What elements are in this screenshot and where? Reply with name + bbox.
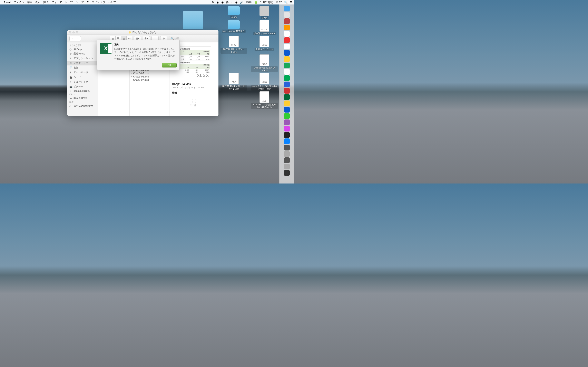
minimize-button[interactable] (72, 31, 75, 33)
dock-app-icon[interactable] (284, 44, 290, 49)
zoom-button[interactable] (76, 31, 78, 33)
menu-tools[interactable]: ツール (70, 0, 78, 4)
sidebar-item[interactable]: ⏱最近の項目 (67, 51, 98, 56)
gmail-icon[interactable]: M (212, 1, 214, 4)
wifi-icon[interactable]: ◉ (235, 1, 237, 4)
dock-app-icon[interactable] (284, 82, 290, 87)
sidebar-item[interactable]: Aアプリケーション (67, 56, 98, 61)
preview-other-label[interactable]: その他... (172, 104, 216, 107)
app-menu[interactable]: Excel (4, 1, 11, 4)
desktop-item[interactable]: Zoom (221, 6, 247, 19)
desktop-item[interactable]: My st (251, 6, 278, 19)
battery-percent[interactable]: 100% (246, 1, 252, 4)
list-item[interactable]: ▫Chap3-07.xlsx (130, 78, 169, 82)
dock-app-icon[interactable] (284, 119, 290, 125)
dock-app-icon[interactable] (284, 138, 290, 144)
forward-button[interactable]: › (75, 36, 81, 41)
dock-app-icon[interactable] (284, 107, 290, 113)
control-center-icon[interactable]: ☰ (290, 1, 292, 4)
menu-format[interactable]: フォーマット (52, 0, 67, 4)
sidebar-favorites-label: よく使う項目 (67, 44, 98, 47)
sidebar-item[interactable]: ☁iCloud Drive (67, 96, 98, 100)
desktop-item[interactable]: XLSX2020年 行動目標シート.xlsx (221, 36, 247, 53)
spotlight-icon[interactable]: 🔍 (284, 1, 287, 4)
desktop-open-folder[interactable] (183, 11, 203, 29)
dock-app-icon[interactable] (284, 6, 290, 11)
sidebar-item[interactable]: 📄書類 (67, 66, 98, 70)
dock-app-icon[interactable] (284, 151, 290, 157)
menu-file[interactable]: ファイル (13, 0, 24, 4)
desktop-item[interactable]: DOCX振り返りシート.docx (251, 20, 278, 35)
menu-data[interactable]: データ (81, 0, 89, 4)
sidebar-item[interactable]: ◎AirDrop (67, 47, 98, 51)
line-icon[interactable]: ◉ (221, 1, 224, 4)
desktop-item[interactable]: XLSexcelテスト① (回答済み)小畑勇斗.xls (251, 91, 278, 109)
list-item[interactable]: ▫Chap3-06.xlsx (130, 75, 169, 78)
menu-view[interactable]: 表示 (35, 0, 40, 4)
sidebar-icon: ⬇ (69, 71, 72, 74)
dock-app-icon[interactable] (284, 170, 290, 176)
desktop-item[interactable]: Next Connect株式会社 (221, 20, 247, 35)
dock-app-icon[interactable] (284, 132, 290, 138)
sidebar-icon: ⌂ (69, 90, 72, 92)
menubar-time[interactable]: 18:12 (276, 1, 282, 4)
dock-app-icon[interactable] (284, 25, 290, 30)
dock-app-icon[interactable] (284, 164, 290, 169)
sidebar-item[interactable]: 📷ピクチャ (67, 84, 98, 89)
more-button[interactable]: ⋯ (192, 99, 196, 103)
menu-insert[interactable]: 挿入 (43, 0, 49, 4)
dock-app-icon[interactable] (284, 69, 290, 75)
sidebar-item[interactable]: ⎚俺のMacBook Pro (67, 104, 98, 108)
desktop-item-label: Next Connect株式会社 (222, 30, 246, 33)
sidebar-item[interactable]: ⌂obatakusu1023 (67, 89, 98, 93)
desktop-item[interactable]: XLSX玉突きデータ.xlsx (251, 36, 278, 53)
menu-edit[interactable]: 編集 (27, 0, 32, 4)
dock-app-icon[interactable] (284, 113, 290, 119)
file-icon: XLS (259, 91, 269, 103)
sidebar-item-label: アプリケーション (73, 57, 93, 60)
dock-app-icon[interactable] (284, 37, 290, 43)
dock-app-icon[interactable] (284, 75, 290, 81)
window-title: FIXƒTƒ"ƒvƒ‹ƒtƒ@ƒCƒ‹ (132, 31, 157, 34)
dock-app-icon[interactable] (284, 56, 290, 62)
dock-app-icon[interactable] (284, 157, 290, 163)
dock-app-icon[interactable] (284, 100, 290, 106)
close-button[interactable] (69, 31, 71, 33)
bluetooth-icon[interactable]: ᚼ (231, 1, 233, 4)
desktop-item[interactable]: XLSXexcelテスト②(回答済み)小畑勇斗.xlsx (251, 73, 278, 90)
computer-icon: ⎚ (69, 105, 72, 108)
dock-app-icon[interactable] (284, 12, 290, 18)
dock-app-icon[interactable] (284, 63, 290, 68)
finder-sidebar: よく使う項目 ◎AirDrop⏱最近の項目Aアプリケーション🖥デスクトップ📄書類… (67, 42, 98, 116)
sidebar-item[interactable]: 🎬ムービー (67, 75, 98, 80)
dock-app-icon[interactable] (284, 126, 290, 132)
back-button[interactable]: ‹ (69, 36, 75, 41)
list-item[interactable]: ▫Chap3-05.xlsx (130, 72, 169, 75)
file-icon: DOCX (259, 20, 269, 32)
desktop-icons: ZoomMy stNext Connect株式会社DOCX振り返りシート.doc… (221, 6, 278, 109)
finder-titlebar[interactable]: 📁 FIXƒTƒ"ƒvƒ‹ƒtƒ@ƒCƒ‹ (67, 30, 218, 35)
dock-app-icon[interactable] (284, 88, 290, 94)
preview-kind: Officeスプレッドシート - 18 KB (172, 86, 216, 89)
dock-app-icon[interactable] (284, 18, 290, 24)
menu-help[interactable]: ヘルプ (108, 0, 116, 4)
dock-app-icon[interactable] (284, 31, 290, 37)
volume-icon[interactable]: 🔊 (240, 1, 243, 4)
sidebar-icon: A (69, 57, 72, 60)
sidebar-locations-label: 場所 (67, 100, 98, 104)
menubar-date[interactable]: 11月2日(月) (260, 1, 273, 4)
battery-icon[interactable]: 🔋 (254, 1, 258, 4)
dock-app-icon[interactable] (284, 145, 290, 150)
desktop-item[interactable]: XLSXGuidable様_企業リスト.xlsx (251, 54, 278, 72)
sidebar-item[interactable]: 🖥デスクトップ (67, 61, 98, 66)
dock-app-icon[interactable] (284, 50, 290, 56)
dock-app-icon[interactable] (284, 94, 290, 100)
camera-icon[interactable]: ◉ (217, 1, 219, 4)
menu-window[interactable]: ウインドウ (92, 0, 105, 4)
ok-button[interactable]: OK (162, 63, 177, 67)
sidebar-item[interactable]: ⬇ダウンロード (67, 70, 98, 75)
sidebar-item[interactable]: ♫ミュージック (67, 80, 98, 84)
folder-icon (228, 6, 240, 15)
desktop-item[interactable]: PDF履歴書【阪南大学 小畑勇斗】.pdf (221, 73, 247, 90)
ime-icon[interactable]: あ (226, 0, 229, 4)
